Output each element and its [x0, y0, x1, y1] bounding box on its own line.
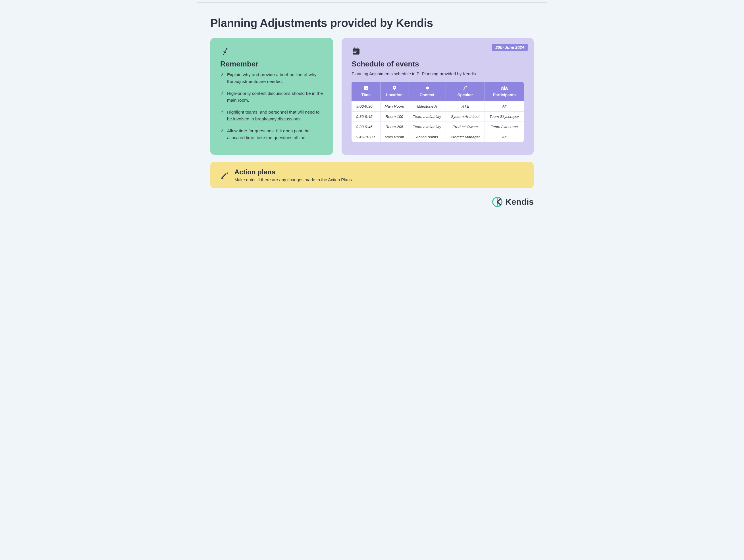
table-row: 9:30-9:45 Room 205 Team availability Pro…: [351, 122, 524, 132]
list-item: Allow time for questions. If it goes pas…: [220, 127, 323, 141]
pencil-icon: [220, 171, 229, 179]
pin-icon: [220, 47, 323, 56]
pin-icon: [220, 128, 224, 141]
list-item-text: Explain why and provide a brief outline …: [227, 71, 323, 85]
list-item: Highlight teams, and personnel that will…: [220, 109, 323, 122]
brand-logo-icon: [492, 197, 503, 207]
svg-rect-12: [221, 178, 224, 179]
list-item: High-priority content discussions should…: [220, 90, 323, 104]
table-row: 9:00-9:30 Main Room Milestone A RTE All: [351, 101, 524, 111]
svg-point-10: [501, 87, 503, 88]
list-item: Explain why and provide a brief outline …: [220, 71, 323, 85]
svg-rect-8: [463, 90, 465, 91]
document-page: Planning Adjustments provided by Kendis …: [196, 2, 548, 213]
table-row: 9:30-9:45 Room 100 Team availability Sys…: [351, 111, 524, 122]
svg-point-11: [506, 87, 507, 88]
remember-heading: Remember: [220, 59, 323, 69]
list-item-text: Allow time for questions. If it goes pas…: [227, 127, 323, 141]
schedule-heading: Schedule of events: [351, 59, 524, 69]
remember-list: Explain why and provide a brief outline …: [220, 71, 323, 141]
col-speaker: Speaker: [446, 82, 485, 101]
brand-name: Kendis: [505, 197, 534, 207]
svg-rect-1: [354, 47, 355, 49]
schedule-card: 20th June 2024 Schedule of events Planni…: [342, 38, 534, 155]
svg-rect-4: [354, 52, 356, 53]
svg-point-6: [466, 86, 467, 87]
cards-row: Remember Explain why and provide a brief…: [210, 38, 534, 155]
svg-rect-0: [353, 48, 360, 54]
col-time: Time: [351, 82, 380, 101]
schedule-table: Time Location Context Speaker: [351, 82, 524, 142]
action-heading: Action plans: [234, 168, 353, 176]
list-item-text: High-priority content discussions should…: [227, 90, 323, 104]
svg-rect-7: [463, 87, 465, 90]
pin-icon: [220, 72, 224, 85]
col-participants: Participants: [485, 82, 524, 101]
table-row: 9:45-10:00 Main Room Action points Produ…: [351, 132, 524, 142]
action-sub: Make notes if there are any changes made…: [234, 177, 353, 182]
svg-rect-2: [358, 47, 359, 49]
svg-point-9: [503, 86, 505, 88]
schedule-sub: Planning Adjustments schedule in PI Plan…: [351, 71, 524, 76]
pin-icon: [220, 109, 224, 122]
svg-rect-3: [354, 51, 357, 52]
page-title: Planning Adjustments provided by Kendis: [210, 17, 534, 30]
table-header-row: Time Location Context Speaker: [351, 82, 524, 101]
brand-footer: Kendis: [210, 197, 534, 207]
col-location: Location: [380, 82, 408, 101]
list-item-text: Highlight teams, and personnel that will…: [227, 109, 323, 122]
remember-card: Remember Explain why and provide a brief…: [210, 38, 333, 155]
action-card: Action plans Make notes if there are any…: [210, 162, 534, 188]
pin-icon: [220, 91, 224, 104]
date-badge: 20th June 2024: [492, 44, 528, 51]
col-context: Context: [408, 82, 446, 101]
